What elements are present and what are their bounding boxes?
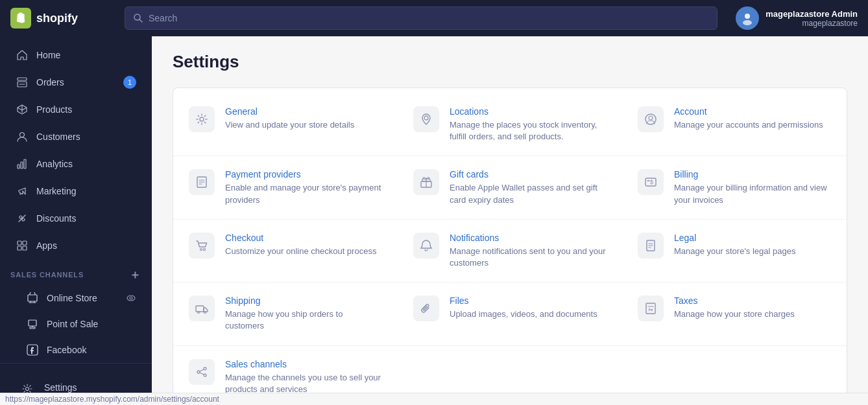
sidebar-item-orders[interactable]: Orders 1 [5, 69, 147, 95]
sidebar-label-point-of-sale: Point of Sale [47, 319, 98, 329]
settings-item-title-sales-channels: Sales channels [225, 359, 382, 369]
settings-icon [21, 382, 34, 393]
sidebar-item-customers[interactable]: Customers [5, 124, 147, 150]
sidebar: Home Orders 1 Products [0, 36, 152, 393]
svg-point-50 [649, 308, 650, 310]
online-store-icon [26, 292, 39, 305]
shopify-logo-icon [10, 8, 31, 29]
settings-item-content-payment-providers: Payment providers Enable and manage your… [225, 169, 382, 205]
sidebar-item-home[interactable]: Home [5, 42, 147, 68]
sidebar-label-facebook: Facebook [47, 345, 86, 355]
sidebar-label-discounts: Discounts [36, 213, 76, 224]
sidebar-label-analytics: Analytics [36, 159, 73, 169]
sidebar-item-analytics[interactable]: Analytics [5, 151, 147, 177]
sidebar-label-products: Products [36, 104, 72, 115]
bell-icon [413, 233, 439, 259]
user-area: mageplazastore Admin mageplazastore [728, 6, 858, 30]
orders-icon [16, 76, 29, 89]
svg-point-20 [130, 297, 132, 299]
avatar [736, 6, 759, 30]
svg-point-39 [200, 248, 202, 250]
settings-item-title-files: Files [450, 295, 607, 306]
sidebar-label-online-store: Online Store [47, 293, 97, 303]
settings-item-files[interactable]: Files Upload images, videos, and documen… [398, 283, 622, 345]
sidebar-item-marketing[interactable]: Marketing [5, 178, 147, 204]
search-input[interactable] [149, 13, 709, 23]
settings-item-desc-checkout: Customize your online checkout process [225, 246, 382, 257]
settings-item-gift-cards[interactable]: Gift cards Enable Apple Wallet passes an… [398, 156, 622, 219]
sidebar-label-marketing: Marketing [36, 186, 76, 196]
svg-rect-48 [646, 303, 655, 314]
user-store: mageplazastore [766, 19, 858, 28]
svg-rect-18 [28, 295, 37, 301]
settings-item-content-files: Files Upload images, videos, and documen… [450, 295, 607, 320]
svg-rect-14 [18, 241, 21, 245]
location-icon [413, 106, 439, 132]
settings-item-title-billing: Billing [674, 169, 831, 179]
settings-item-account[interactable]: Account Manage your accounts and permiss… [622, 93, 847, 156]
svg-point-51 [651, 310, 653, 311]
main-layout: Home Orders 1 Products [0, 36, 868, 393]
svg-rect-45 [196, 306, 204, 312]
settings-item-desc-notifications: Manage notifications sent to you and you… [450, 246, 607, 269]
settings-item-title-notifications: Notifications [450, 233, 607, 243]
settings-grid: General View and update your store detai… [173, 93, 847, 393]
dollar-icon: $ [638, 169, 664, 195]
add-sales-channel-icon[interactable]: ＋ [129, 267, 141, 283]
sales-channels-section: SALES CHANNELS ＋ [0, 259, 152, 285]
svg-point-25 [26, 388, 29, 391]
settings-item-sales-channels[interactable]: Sales channels Manage the channels you u… [173, 346, 398, 393]
sidebar-item-point-of-sale[interactable]: Point of Sale [5, 312, 147, 336]
svg-point-27 [424, 116, 428, 120]
discounts-icon [16, 212, 29, 225]
svg-point-26 [200, 117, 204, 121]
settings-item-billing[interactable]: $ Billing Manage your billing informatio… [622, 156, 847, 219]
settings-item-legal[interactable]: Legal Manage your store's legal pages [622, 220, 847, 283]
settings-item-shipping[interactable]: Shipping Manage how you ship orders to c… [173, 283, 398, 345]
main-content: Settings General View and update your st… [152, 36, 868, 393]
customers-icon [16, 130, 29, 143]
svg-point-7 [20, 133, 25, 137]
settings-item-title-locations: Locations [450, 106, 607, 117]
marketing-icon [16, 185, 29, 198]
svg-rect-21 [29, 320, 36, 326]
settings-item-title-checkout: Checkout [225, 233, 382, 243]
sidebar-item-facebook[interactable]: Facebook [5, 338, 147, 362]
settings-item-desc-account: Manage your accounts and permissions [674, 119, 831, 131]
point-of-sale-icon [26, 318, 39, 330]
analytics-icon [16, 157, 29, 170]
settings-item-content-legal: Legal Manage your store's legal pages [674, 233, 831, 257]
svg-point-53 [204, 367, 206, 370]
svg-line-56 [200, 369, 204, 371]
settings-item-locations[interactable]: Locations Manage the places you stock in… [398, 93, 622, 156]
sidebar-bottom: Settings [0, 363, 152, 393]
settings-item-payment-providers[interactable]: Payment providers Enable and manage your… [173, 156, 398, 219]
sidebar-item-online-store[interactable]: Online Store [5, 286, 147, 310]
settings-item-notifications[interactable]: Notifications Manage notifications sent … [398, 220, 622, 283]
cart-icon [189, 233, 215, 259]
settings-item-desc-billing: Manage your billing information and view… [674, 182, 831, 205]
settings-item-taxes[interactable]: Taxes Manage how your store charges [622, 283, 847, 345]
sidebar-item-products[interactable]: Products [5, 97, 147, 122]
settings-item-general[interactable]: General View and update your store detai… [173, 93, 398, 156]
eye-icon[interactable] [126, 293, 136, 303]
settings-item-content-billing: Billing Manage your billing information … [674, 169, 831, 205]
settings-item-checkout[interactable]: Checkout Customize your online checkout … [173, 220, 398, 283]
home-icon [16, 49, 29, 62]
facebook-icon [26, 343, 39, 356]
sidebar-item-settings[interactable]: Settings [5, 369, 147, 393]
settings-item-desc-legal: Manage your store's legal pages [674, 246, 831, 257]
person-circle-icon [638, 106, 664, 132]
search-bar[interactable] [125, 6, 717, 30]
svg-point-54 [197, 371, 200, 373]
status-url: https://mageplazastore.myshopify.com/adm… [5, 395, 219, 404]
sidebar-item-apps[interactable]: Apps [5, 233, 147, 259]
svg-point-29 [649, 116, 653, 120]
settings-item-desc-files: Upload images, videos, and documents [450, 308, 607, 320]
sidebar-item-discounts[interactable]: Discounts [5, 205, 147, 231]
shopify-logo-text: shopify [36, 12, 78, 25]
svg-rect-15 [23, 241, 27, 245]
svg-point-2 [745, 14, 750, 19]
svg-line-1 [139, 19, 142, 22]
sidebar-label-customers: Customers [36, 132, 80, 142]
